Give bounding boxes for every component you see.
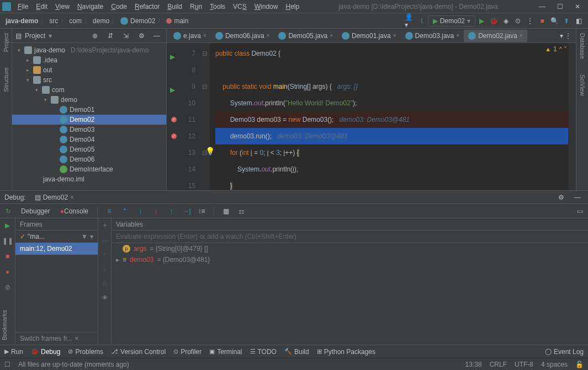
show-watches-icon[interactable]: 👁 xyxy=(102,294,108,302)
close-tab-icon[interactable]: × xyxy=(330,33,333,39)
sciview-tool-button[interactable]: SciView xyxy=(579,72,586,98)
database-tool-button[interactable]: Database xyxy=(579,31,586,61)
debug-config-tab[interactable]: ▤ Demo02 × xyxy=(30,192,78,202)
view-breakpoints-icon[interactable]: ● xyxy=(3,267,13,277)
tree-node[interactable]: ▾src xyxy=(12,75,166,85)
switch-frames-hint[interactable]: Switch frames fr...× xyxy=(15,332,98,345)
editor-tab[interactable]: Demo06.java× xyxy=(211,30,274,42)
encoding[interactable]: UTF-8 xyxy=(515,361,533,368)
tree-node[interactable]: ▾java-demoD:\IdeaProjects\java-demo xyxy=(12,45,166,55)
line-gutter[interactable]: 7▶89▶1011✓12✓131415 xyxy=(167,43,200,190)
step-out-icon[interactable]: ↑ xyxy=(166,206,176,216)
expand-all-icon[interactable]: ⇵ xyxy=(105,31,115,41)
minimize-button[interactable]: ― xyxy=(534,3,550,10)
locate-icon[interactable]: ⊕ xyxy=(90,31,100,41)
tree-node[interactable]: Demo04 xyxy=(12,135,166,144)
menu-code[interactable]: Code xyxy=(108,2,130,12)
coverage-button[interactable]: ◈ xyxy=(501,16,511,26)
project-view-label[interactable]: Project xyxy=(25,32,45,40)
close-tab-icon[interactable]: × xyxy=(456,33,459,39)
rerun-icon[interactable]: ↻ xyxy=(3,206,13,216)
ide-settings-icon[interactable]: ◧ xyxy=(574,16,584,26)
code-editor[interactable]: 💡 public class Demo02 { public static vo… xyxy=(210,43,576,190)
editor-tab[interactable]: Demo01.java× xyxy=(337,30,401,42)
problems-tool-button[interactable]: ⊘ Problems xyxy=(68,348,103,356)
evaluate-icon[interactable]: ⁝≡ xyxy=(197,206,207,216)
tree-node[interactable]: ▸out xyxy=(12,65,166,75)
breadcrumb[interactable]: java-demo〉 src〉 com〉 demo〉 Demo02〉 main xyxy=(3,16,190,25)
tool-window-quick-icon[interactable]: ☐ xyxy=(4,361,10,368)
debug-tool-button[interactable]: 🐞 Debug xyxy=(31,348,60,356)
trace-icon[interactable]: ▦ xyxy=(221,206,231,216)
close-button[interactable]: ✕ xyxy=(569,3,586,10)
menu-vcs[interactable]: VCS xyxy=(230,2,250,12)
tree-node[interactable]: Demo01 xyxy=(12,105,166,115)
debug-button[interactable]: 🐞 xyxy=(489,16,499,26)
stop-button[interactable]: ■ xyxy=(537,16,547,26)
menu-edit[interactable]: Edit xyxy=(33,2,51,12)
tabs-overflow-icon[interactable]: ▾ ⋮ xyxy=(555,32,576,40)
remove-watch-icon[interactable]: ― xyxy=(102,237,108,244)
show-exec-icon[interactable]: ≡ xyxy=(104,206,114,216)
editor-tab[interactable]: Demo05.java× xyxy=(274,30,337,42)
event-log-button[interactable]: ◯ Event Log xyxy=(545,348,584,356)
editor-tab[interactable]: Demo02.java× xyxy=(464,30,527,42)
menu-window[interactable]: Window xyxy=(251,2,282,12)
update-icon[interactable]: ⬆ xyxy=(561,16,571,26)
intention-bulb-icon[interactable]: 💡 xyxy=(205,147,215,155)
tree-node[interactable]: Demo03 xyxy=(12,125,166,135)
close-tab-icon[interactable]: × xyxy=(203,33,206,39)
menu-view[interactable]: View xyxy=(52,2,73,12)
project-tool-button[interactable]: Project xyxy=(3,31,9,54)
error-stripe[interactable] xyxy=(568,43,576,190)
editor-tab[interactable]: Demo03.java× xyxy=(401,30,464,42)
menu-navigate[interactable]: Navigate xyxy=(74,2,107,12)
memory-icon[interactable]: ⚏ xyxy=(236,206,246,216)
mute-breakpoints-icon[interactable]: ⊘ xyxy=(3,282,13,292)
terminal-tool-button[interactable]: ▣ Terminal xyxy=(209,348,242,356)
profiler-tool-button[interactable]: ⊙ Profiler xyxy=(173,348,202,356)
tree-node[interactable]: Demo05 xyxy=(12,144,166,154)
menu-build[interactable]: Build xyxy=(164,2,186,12)
variable-row[interactable]: ▸≡demo03 = {Demo03@481} xyxy=(112,254,588,265)
lock-icon[interactable]: 🔓 xyxy=(575,361,584,368)
close-tab-icon[interactable]: × xyxy=(267,33,270,39)
python-tool-button[interactable]: ⊞ Python Packages xyxy=(317,348,375,356)
fold-gutter[interactable]: ⊟⊟⊟ xyxy=(200,43,210,190)
indent[interactable]: 4 spaces xyxy=(541,361,568,368)
menu-help[interactable]: Help xyxy=(282,2,303,12)
tree-node[interactable]: DemoInterface xyxy=(12,164,166,174)
run-button[interactable]: ▶ xyxy=(476,16,486,26)
run-config-selector[interactable]: ▶Demo02▾ xyxy=(428,15,475,26)
vcs-tool-button[interactable]: ⎇ Version Control xyxy=(111,348,166,356)
editor-tab[interactable]: e.java× xyxy=(169,30,211,42)
close-tab-icon[interactable]: × xyxy=(520,33,523,39)
inspection-widget[interactable]: ▲ 1 ^ ˅ xyxy=(545,45,567,53)
search-icon[interactable]: 🔍 xyxy=(549,16,559,26)
close-tab-icon[interactable]: × xyxy=(393,33,396,39)
build-icon[interactable]: ⤹ xyxy=(417,16,427,26)
filter-icon[interactable]: ▼ xyxy=(81,233,88,240)
debugger-tab[interactable]: Debugger xyxy=(18,206,54,216)
layout-icon[interactable]: ▭ xyxy=(575,206,585,216)
evaluate-input[interactable]: Evaluate expression (Enter) or add a wat… xyxy=(112,230,588,243)
force-step-into-icon[interactable]: ↓ xyxy=(151,206,161,216)
todo-tool-button[interactable]: ☰ TODO xyxy=(250,348,277,356)
tree-node[interactable]: ▾demo xyxy=(12,95,166,105)
variable-row[interactable]: pargs = {String[0]@479} [] xyxy=(112,243,588,254)
tree-node[interactable]: ▾com xyxy=(12,85,166,95)
user-icon[interactable]: 👤▾ xyxy=(405,16,415,26)
tree-node[interactable]: java-demo.iml xyxy=(12,174,166,184)
menu-run[interactable]: Run xyxy=(187,2,205,12)
step-over-icon[interactable]: ⌃ xyxy=(120,206,130,216)
copy-icon[interactable]: ⎘ xyxy=(103,280,107,287)
new-watch-icon[interactable]: ＋ xyxy=(102,221,108,230)
hide-icon[interactable]: ― xyxy=(152,31,162,41)
build-tool-button[interactable]: 🔨 Build xyxy=(284,348,309,356)
step-into-icon[interactable]: ↓ xyxy=(135,206,145,216)
line-sep[interactable]: CRLF xyxy=(490,361,507,368)
tree-node[interactable]: Demo06 xyxy=(12,154,166,164)
pause-icon[interactable]: ❚❚ xyxy=(3,236,13,246)
tree-node[interactable]: ▸.idea xyxy=(12,55,166,65)
run-to-cursor-icon[interactable]: →| xyxy=(182,206,192,216)
